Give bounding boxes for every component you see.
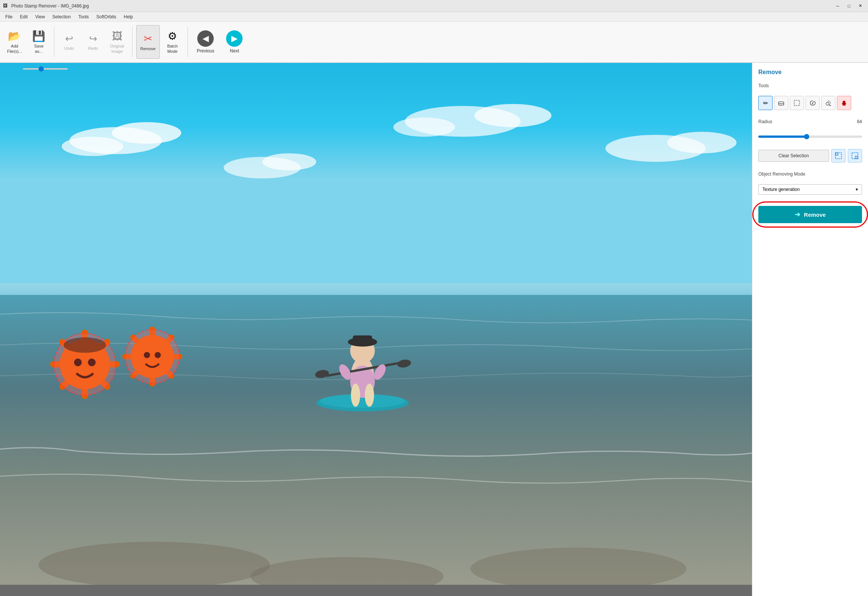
original-icon: 🖼 xyxy=(112,30,122,42)
menu-tools[interactable]: Tools xyxy=(74,13,92,20)
remove-icon: ✂ xyxy=(144,33,152,45)
rect-select-tool[interactable] xyxy=(790,96,804,110)
next-label: Next xyxy=(230,48,239,54)
zoom-thumb xyxy=(39,66,44,72)
toolbar-sep-1 xyxy=(54,27,54,57)
batch-label: BatchMode xyxy=(167,44,178,54)
svg-point-52 xyxy=(365,384,374,407)
undo-label: Undo xyxy=(64,46,74,51)
svg-rect-12 xyxy=(0,295,752,585)
batch-icon: ⚙ xyxy=(168,30,177,42)
svg-line-62 xyxy=(829,105,831,106)
menu-softorbits[interactable]: SoftOrbits xyxy=(92,13,120,20)
svg-point-2 xyxy=(112,122,181,144)
redo-icon: ↪ xyxy=(89,33,97,45)
menu-file[interactable]: File xyxy=(1,13,16,20)
window-title: Photo Stamp Remover - IMG_0486.jpg xyxy=(11,3,833,9)
original-label: OriginalImage xyxy=(110,44,124,54)
redo-label: Redo xyxy=(88,46,98,51)
app-icon: 🖼 xyxy=(3,3,9,9)
tools-row: ✏ xyxy=(758,96,862,110)
tools-label: Tools xyxy=(758,83,862,88)
undo-button[interactable]: ↩ Undo xyxy=(58,25,80,59)
titlebar: 🖼 Photo Stamp Remover - IMG_0486.jpg ─ □… xyxy=(0,0,868,12)
close-button[interactable]: ✕ xyxy=(855,2,865,10)
brush-tool[interactable]: ✏ xyxy=(758,96,773,110)
clear-selection-button[interactable]: Clear Selection xyxy=(758,150,829,162)
lasso-tool[interactable] xyxy=(805,96,820,110)
remove-label: Remove xyxy=(140,46,156,51)
prev-circle: ◀ xyxy=(197,30,214,47)
panel-remove-title: Remove xyxy=(758,69,862,76)
original-image-button[interactable]: 🖼 OriginalImage xyxy=(106,25,128,59)
svg-point-63 xyxy=(843,101,846,104)
menu-view[interactable]: View xyxy=(31,13,49,20)
remove-btn-label: Remove xyxy=(804,212,826,218)
add-files-button[interactable]: 📂 AddFile(s)... xyxy=(3,25,26,59)
svg-line-59 xyxy=(829,101,830,102)
svg-rect-50 xyxy=(353,335,372,344)
save-icon: 💾 xyxy=(32,30,45,42)
remove-button[interactable]: ➜ Remove xyxy=(758,206,862,223)
remove-btn-wrapper: ➜ Remove xyxy=(758,206,862,223)
radius-thumb xyxy=(804,134,809,139)
svg-point-61 xyxy=(826,102,829,105)
photo-scene[interactable] xyxy=(0,63,752,585)
radius-label: Radius xyxy=(758,119,848,124)
svg-point-7 xyxy=(474,104,551,127)
right-panel: Remove Tools ✏ Radius 64 xyxy=(752,63,868,596)
magic-wand-tool[interactable] xyxy=(821,96,835,110)
svg-point-3 xyxy=(62,137,124,156)
zoom-slider[interactable] xyxy=(23,68,68,70)
window-controls: ─ □ ✕ xyxy=(833,2,865,10)
svg-point-8 xyxy=(393,118,455,137)
toolbar-sep-2 xyxy=(132,27,133,57)
remove-toolbar-button[interactable]: ✂ Remove xyxy=(136,25,160,59)
object-mode-label: Object Removing Mode xyxy=(758,171,862,177)
save-label: Saveas... xyxy=(34,44,43,54)
previous-label: Previous xyxy=(197,48,214,54)
save-as-button[interactable]: 💾 Saveas... xyxy=(28,25,50,59)
svg-rect-0 xyxy=(0,63,752,314)
dropdown-arrow: ▾ xyxy=(856,187,858,192)
main-area: ℹ ⬜ − + 44% Time (s): 0.4 JPG 2667x2000 … xyxy=(0,63,868,596)
add-files-label: AddFile(s)... xyxy=(7,44,22,54)
minimize-button[interactable]: ─ xyxy=(833,2,843,10)
select-mode-btn-1[interactable] xyxy=(831,149,846,162)
toolbar: 📂 AddFile(s)... 💾 Saveas... ↩ Undo ↪ Red… xyxy=(0,22,868,63)
menubar: File Edit View Selection Tools SoftOrbit… xyxy=(0,12,868,22)
radius-row: Radius 64 xyxy=(758,119,862,124)
menu-help[interactable]: Help xyxy=(120,13,137,20)
svg-rect-67 xyxy=(835,153,838,155)
texture-generation-dropdown[interactable]: Texture generation ▾ xyxy=(758,184,862,195)
select-mode-btn-2[interactable] xyxy=(848,149,862,162)
menu-selection[interactable]: Selection xyxy=(49,13,74,20)
radius-fill xyxy=(758,136,805,138)
photo-container[interactable] xyxy=(0,63,752,585)
eraser-tool[interactable] xyxy=(774,96,788,110)
radius-slider[interactable] xyxy=(758,136,862,138)
svg-point-10 xyxy=(667,132,736,153)
canvas-area[interactable]: ℹ ⬜ − + 44% Time (s): 0.4 JPG 2667x2000 … xyxy=(0,63,752,596)
batch-mode-button[interactable]: ⚙ BatchMode xyxy=(161,25,184,59)
svg-rect-65 xyxy=(842,103,846,104)
radius-value: 64 xyxy=(851,119,862,124)
toolbar-sep-3 xyxy=(188,27,188,57)
menu-edit[interactable]: Edit xyxy=(16,13,31,20)
clear-selection-row: Clear Selection xyxy=(758,149,862,162)
stamp-tool[interactable] xyxy=(837,96,851,110)
svg-rect-57 xyxy=(794,100,800,106)
redo-button[interactable]: ↪ Redo xyxy=(82,25,104,59)
svg-point-53 xyxy=(54,334,116,395)
previous-nav-button[interactable]: ◀ Previous xyxy=(192,25,220,59)
remove-arrow-icon: ➜ xyxy=(795,210,800,219)
maximize-button[interactable]: □ xyxy=(844,2,854,10)
svg-point-51 xyxy=(351,384,360,407)
svg-point-54 xyxy=(125,329,179,383)
next-circle: ▶ xyxy=(226,30,243,47)
next-nav-button[interactable]: ▶ Next xyxy=(221,25,248,59)
svg-point-5 xyxy=(262,153,316,170)
undo-icon: ↩ xyxy=(65,33,73,45)
add-files-icon: 📂 xyxy=(8,30,21,42)
svg-rect-69 xyxy=(855,156,858,159)
